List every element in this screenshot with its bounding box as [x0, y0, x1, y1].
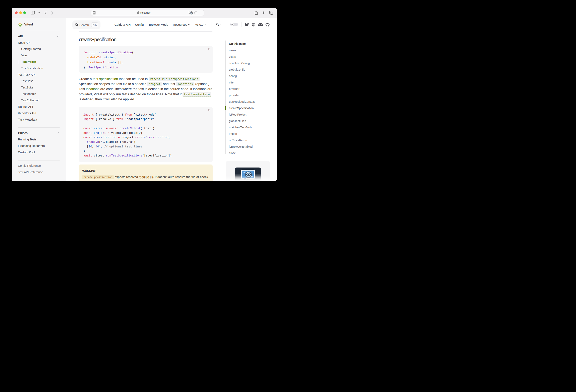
svg-text:x: x [191, 13, 192, 14]
svg-text:A: A [190, 11, 191, 13]
svg-text:A: A [217, 24, 219, 26]
